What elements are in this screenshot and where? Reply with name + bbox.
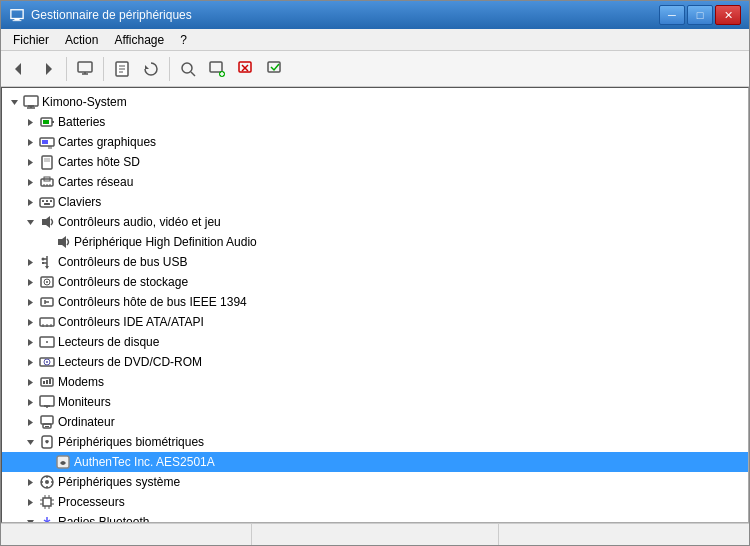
expander-lecteurs-disque[interactable] <box>22 334 38 350</box>
menu-action[interactable]: Action <box>57 29 106 50</box>
menu-fichier[interactable]: Fichier <box>5 29 57 50</box>
tree-item-lecteurs-disque[interactable]: Lecteurs de disque <box>2 332 748 352</box>
svg-marker-106 <box>28 499 33 506</box>
back-icon <box>11 61 27 77</box>
icon-cartes-reseau <box>38 173 56 191</box>
menu-affichage[interactable]: Affichage <box>106 29 172 50</box>
svg-rect-2 <box>13 20 22 21</box>
label-radios-bluetooth: Radios Bluetooth <box>58 515 149 523</box>
svg-marker-3 <box>15 63 21 75</box>
tree-item-controleurs-ieee[interactable]: Contrôleurs hôte de bus IEEE 1394 <box>2 292 748 312</box>
label-cartes-reseau: Cartes réseau <box>58 175 133 189</box>
label-claviers: Claviers <box>58 195 101 209</box>
tree-item-radios-bluetooth[interactable]: Radios Bluetooth <box>2 512 748 523</box>
svg-rect-49 <box>46 200 48 202</box>
back-button[interactable] <box>5 55 33 83</box>
tree-item-moniteurs[interactable]: Moniteurs <box>2 392 748 412</box>
tree-item-batteries[interactable]: Batteries <box>2 112 748 132</box>
remove-icon <box>237 60 255 78</box>
expander-radios-bluetooth[interactable] <box>22 514 38 523</box>
icon-lecteurs-disque <box>38 333 56 351</box>
enable-button[interactable] <box>261 55 289 83</box>
tree-item-high-def-audio[interactable]: Périphérique High Definition Audio <box>2 232 748 252</box>
expander-moniteurs[interactable] <box>22 394 38 410</box>
svg-line-14 <box>191 72 195 76</box>
tree-item-modems[interactable]: Modems <box>2 372 748 392</box>
svg-point-13 <box>182 63 192 73</box>
forward-button[interactable] <box>34 55 62 83</box>
remove-button[interactable] <box>232 55 260 83</box>
expander-cartes-graphiques[interactable] <box>22 134 38 150</box>
add-hardware-button[interactable] <box>203 55 231 83</box>
icon-root <box>22 93 40 111</box>
tree-item-ordinateur[interactable]: Ordinateur <box>2 412 748 432</box>
svg-rect-50 <box>50 200 52 202</box>
device-tree[interactable]: Kimono-SystemBatteriesCartes graphiquesC… <box>1 87 749 523</box>
expander-modems[interactable] <box>22 374 38 390</box>
icon-peripheriques-systeme <box>38 473 56 491</box>
svg-marker-62 <box>28 279 33 286</box>
tree-item-controleurs-stockage[interactable]: Contrôleurs de stockage <box>2 272 748 292</box>
expander-processeurs[interactable] <box>22 494 38 510</box>
svg-marker-37 <box>28 159 33 166</box>
expander-controleurs-ide[interactable] <box>22 314 38 330</box>
tree-item-cartes-hote-sd[interactable]: Cartes hôte SD <box>2 152 748 172</box>
icon-cartes-hote-sd <box>38 153 56 171</box>
expander-controleurs-usb[interactable] <box>22 254 38 270</box>
label-cartes-graphiques: Cartes graphiques <box>58 135 156 149</box>
tree-item-controleurs-usb[interactable]: Contrôleurs de bus USB <box>2 252 748 272</box>
svg-marker-55 <box>28 259 33 266</box>
close-button[interactable]: ✕ <box>715 5 741 25</box>
tree-item-claviers[interactable]: Claviers <box>2 192 748 212</box>
svg-rect-39 <box>44 158 50 162</box>
update-button[interactable] <box>137 55 165 83</box>
icon-controleurs-usb <box>38 253 56 271</box>
expander-controleurs-audio[interactable] <box>22 214 38 230</box>
label-ordinateur: Ordinateur <box>58 415 115 429</box>
minimize-button[interactable]: ─ <box>659 5 685 25</box>
svg-rect-95 <box>45 426 49 427</box>
expander-peripheriques-systeme[interactable] <box>22 474 38 490</box>
expander-lecteurs-dvd[interactable] <box>22 354 38 370</box>
tree-item-peripheriques-biometriques[interactable]: Périphériques biométriques <box>2 432 748 452</box>
tree-item-processeurs[interactable]: Processeurs <box>2 492 748 512</box>
svg-marker-54 <box>58 236 66 248</box>
icon-controleurs-stockage <box>38 273 56 291</box>
expander-authentec[interactable] <box>38 454 54 470</box>
expander-controleurs-stockage[interactable] <box>22 274 38 290</box>
scan-button[interactable] <box>174 55 202 83</box>
expander-batteries[interactable] <box>22 114 38 130</box>
tree-item-controleurs-ide[interactable]: Contrôleurs IDE ATA/ATAPI <box>2 312 748 332</box>
svg-marker-92 <box>28 419 33 426</box>
expander-peripheriques-biometriques[interactable] <box>22 434 38 450</box>
expander-high-def-audio[interactable] <box>38 234 54 250</box>
tree-item-root[interactable]: Kimono-System <box>2 92 748 112</box>
expander-ordinateur[interactable] <box>22 414 38 430</box>
svg-rect-48 <box>42 200 44 202</box>
svg-marker-28 <box>28 119 33 126</box>
svg-marker-40 <box>28 179 33 186</box>
tree-item-cartes-reseau[interactable]: Cartes réseau <box>2 172 748 192</box>
computer-button[interactable] <box>71 55 99 83</box>
label-lecteurs-dvd: Lecteurs de DVD/CD-ROM <box>58 355 202 369</box>
tree-item-controleurs-audio[interactable]: Contrôleurs audio, vidéo et jeu <box>2 212 748 232</box>
expander-cartes-hote-sd[interactable] <box>22 154 38 170</box>
toolbar-separator-3 <box>169 57 170 81</box>
tree-item-lecteurs-dvd[interactable]: Lecteurs de DVD/CD-ROM <box>2 352 748 372</box>
expander-claviers[interactable] <box>22 194 38 210</box>
icon-authentec <box>54 453 72 471</box>
expander-cartes-reseau[interactable] <box>22 174 38 190</box>
expander-root[interactable] <box>6 94 22 110</box>
properties-button[interactable] <box>108 55 136 83</box>
menu-bar: Fichier Action Affichage ? <box>1 29 749 51</box>
toolbar-separator-2 <box>103 57 104 81</box>
tree-item-authentec[interactable]: AuthenTec Inc. AES2501A <box>2 452 748 472</box>
menu-aide[interactable]: ? <box>172 29 195 50</box>
expander-controleurs-ieee[interactable] <box>22 294 38 310</box>
tree-item-cartes-graphiques[interactable]: Cartes graphiques <box>2 132 748 152</box>
maximize-button[interactable]: □ <box>687 5 713 25</box>
icon-processeurs <box>38 493 56 511</box>
status-section-3 <box>499 524 745 545</box>
icon-lecteurs-dvd <box>38 353 56 371</box>
tree-item-peripheriques-systeme[interactable]: Périphériques système <box>2 472 748 492</box>
